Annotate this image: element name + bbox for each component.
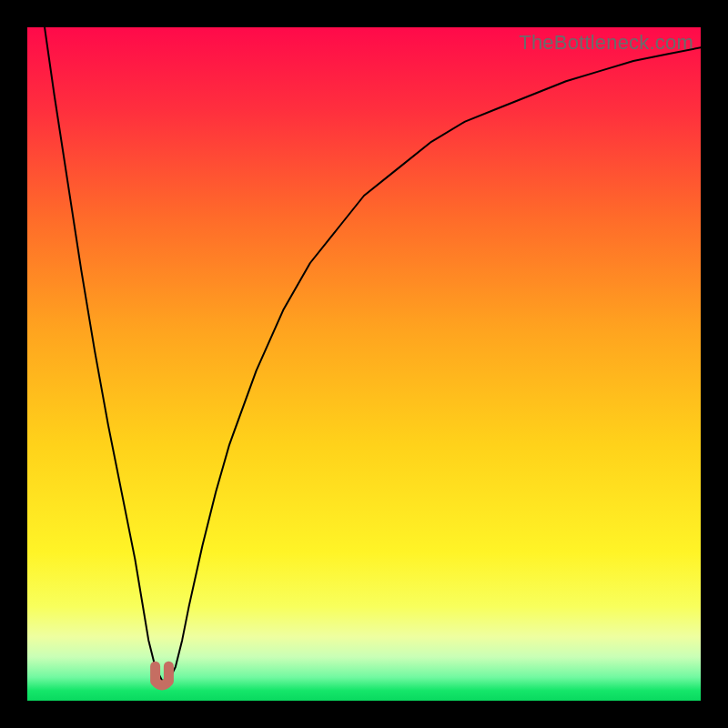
- bottleneck-curve: [27, 27, 701, 681]
- min-marker: [156, 666, 169, 685]
- curve-layer: [27, 27, 701, 701]
- plot-area: TheBottleneck.com: [27, 27, 701, 701]
- chart-frame: TheBottleneck.com: [0, 0, 728, 728]
